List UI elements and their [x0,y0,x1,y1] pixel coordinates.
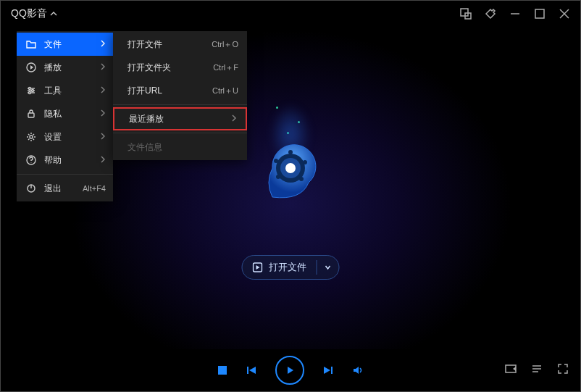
window-controls [460,8,570,20]
submenu-item-shortcut: Ctrl＋U [212,86,238,96]
open-file-button[interactable]: 打开文件 [243,261,317,274]
chevron-right-icon [100,62,106,72]
play-circle-icon [25,62,37,72]
menu-item-label: 工具 [44,85,93,97]
submenu-item-label: 打开URL [128,85,212,97]
svg-point-12 [276,175,280,179]
play-file-icon [253,262,263,272]
menu-item-privacy[interactable]: 隐私 [17,102,113,125]
menu-item-tools[interactable]: 工具 [17,79,113,102]
minimize-button[interactable] [509,8,521,20]
menu-item-exit[interactable]: 退出 Alt+F4 [17,177,113,200]
volume-button[interactable] [352,364,364,376]
submenu-item-open-url[interactable]: 打开URL Ctrl＋U [113,79,247,102]
svg-point-28 [29,92,31,94]
submenu-item-shortcut: Ctrl＋F [213,62,238,73]
chevron-right-icon [100,155,106,165]
menu-item-label: 设置 [44,131,93,143]
folder-icon [25,39,37,49]
chevron-right-icon [231,114,237,124]
playback-center-controls [217,356,364,385]
svg-point-10 [303,160,307,164]
app-title: QQ影音 [11,7,47,20]
submenu-item-open-folder[interactable]: 打开文件夹 Ctrl＋F [113,56,247,79]
mini-mode-icon[interactable] [460,8,472,20]
previous-button[interactable] [246,365,256,375]
svg-point-27 [32,90,34,92]
menu-separator [17,174,113,175]
submenu-item-shortcut: Ctrl＋O [212,39,238,50]
next-button[interactable] [323,365,333,375]
chevron-right-icon [100,132,106,142]
svg-rect-3 [535,9,544,18]
submenu-item-open-file[interactable]: 打开文件 Ctrl＋O [113,33,247,56]
submenu-item-recent[interactable]: 最近播放 [113,107,247,130]
power-icon [25,183,37,193]
svg-rect-29 [28,113,34,117]
svg-rect-15 [218,366,227,375]
menu-item-label: 退出 [44,183,75,195]
menu-item-file[interactable]: 文件 [17,33,113,56]
playback-controls [1,349,580,391]
menu-item-settings[interactable]: 设置 [17,125,113,149]
menu-item-shortcut: Alt+F4 [83,184,106,193]
menu-item-label: 隐私 [44,108,93,120]
chevron-right-icon [100,39,106,49]
submenu-item-label: 文件信息 [128,141,238,154]
submenu-item-label: 打开文件 [128,38,212,51]
chevron-down-icon [325,264,332,271]
stop-button[interactable] [217,365,227,375]
open-file-label: 打开文件 [269,261,306,274]
svg-point-13 [274,159,278,163]
gear-icon [25,132,37,142]
titlebar: QQ影音 [1,1,580,27]
submenu-item-label: 打开文件夹 [128,62,213,74]
fullscreen-button[interactable] [557,363,569,378]
maximize-button[interactable] [534,8,546,20]
close-button[interactable] [559,8,570,20]
open-file-button-group: 打开文件 [242,255,340,280]
play-button[interactable] [275,356,304,385]
playback-right-controls [505,363,569,378]
menu-item-label: 播放 [44,62,93,74]
svg-rect-16 [247,367,248,374]
menu-item-label: 帮助 [44,154,93,167]
svg-point-30 [30,135,33,138]
svg-point-9 [288,150,293,154]
submenu-item-label: 最近播放 [129,113,231,125]
pin-icon[interactable] [485,8,496,20]
main-menu: 文件 播放 工具 隐私 设置 帮助 退出 Alt+F4 [17,31,113,201]
menu-item-play[interactable]: 播放 [17,56,113,79]
play-icon [284,364,296,376]
svg-point-26 [29,88,31,90]
help-icon [25,155,37,165]
lock-icon [25,109,37,119]
chevron-right-icon [100,86,106,96]
snapshot-button[interactable] [505,363,517,378]
svg-point-11 [299,177,304,181]
submenu-item-file-info: 文件信息 [113,135,247,159]
tools-icon [25,86,37,96]
chevron-up-icon [50,10,57,17]
svg-rect-0 [461,9,468,16]
playlist-button[interactable] [531,363,543,378]
submenu-separator [113,104,247,105]
svg-rect-17 [331,367,333,374]
chevron-right-icon [100,109,106,119]
svg-point-8 [285,163,296,173]
menu-item-label: 文件 [44,38,93,51]
menu-item-help[interactable]: 帮助 [17,149,113,172]
app-logo [251,132,330,212]
open-file-more-button[interactable] [317,262,339,273]
submenu-separator [113,133,247,133]
app-title-dropdown[interactable]: QQ影音 [11,7,57,20]
file-submenu: 打开文件 Ctrl＋O 打开文件夹 Ctrl＋F 打开URL Ctrl＋U 最近… [113,31,247,160]
